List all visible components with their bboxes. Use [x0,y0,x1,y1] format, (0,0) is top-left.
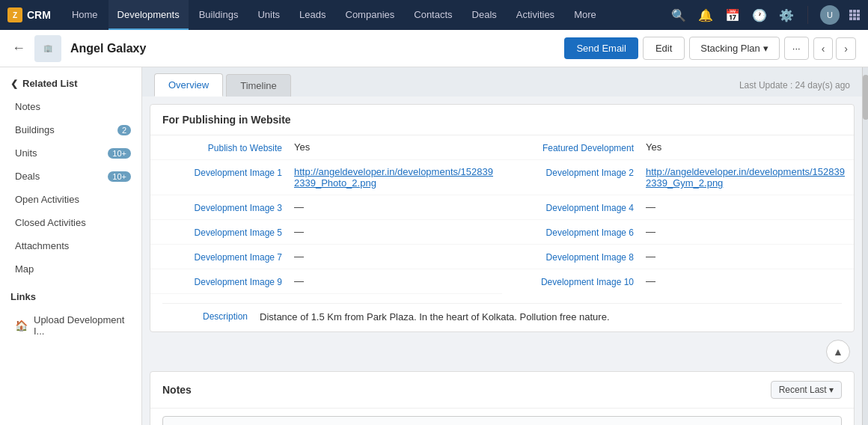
links-title: Links [0,281,141,308]
field-dev-image-7: Development Image 7 — [150,245,502,269]
content-tabs: Overview Timeline Last Update : 24 day(s… [142,67,862,97]
sidebar-item-attachments-label: Attachments [15,240,69,251]
sidebar-item-attachments[interactable]: Attachments [0,234,141,257]
main-layout: ❮ Related List Notes Buildings 2 Units 1… [0,67,868,425]
publishing-section-title: For Publishing in Website [150,105,854,135]
value-dev-image-4: — [646,201,845,212]
label-dev-image-4: Development Image 4 [511,201,646,213]
nav-activities[interactable]: Activities [507,0,563,30]
label-featured-development: Featured Development [511,141,646,153]
scrollbar-thumb[interactable] [863,75,868,120]
field-dev-image-6: Development Image 6 — [502,220,854,245]
grid-menu-icon[interactable] [849,9,861,21]
content-wrapper: Overview Timeline Last Update : 24 day(s… [142,67,862,425]
scroll-up-button[interactable]: ▲ [826,340,850,364]
svg-rect-8 [857,17,860,20]
value-dev-image-2[interactable]: http://angeldeveloper.in/developments/15… [646,166,845,189]
stacking-plan-label: Stacking Plan [700,43,760,54]
top-navigation: Z CRM Home Developments Buildings Units … [0,0,868,30]
field-dev-image-5: Development Image 5 — [150,220,502,245]
settings-icon[interactable]: ⚙️ [777,6,795,24]
sidebar-item-open-activities[interactable]: Open Activities [0,188,141,211]
content-area: Overview Timeline Last Update : 24 day(s… [142,67,862,425]
nav-buildings[interactable]: Buildings [190,0,248,30]
nav-more[interactable]: More [565,0,605,30]
edit-button[interactable]: Edit [643,37,685,60]
value-dev-image-3: — [294,201,493,212]
navigation-arrows: ‹ › [813,37,856,60]
page-title: Angel Galaxy [70,42,555,55]
add-note-input[interactable] [162,416,842,425]
field-featured-development: Featured Development Yes [502,135,854,160]
sidebar-item-deals[interactable]: Deals 10+ [0,165,141,188]
home-icon: 🏠 [15,319,28,331]
nav-companies[interactable]: Companies [337,0,404,30]
value-dev-image-8: — [646,251,845,262]
nav-home[interactable]: Home [63,0,107,30]
sub-header: ← 🏢 Angel Galaxy Send Email Edit Stackin… [0,30,868,67]
scrollbar[interactable] [862,67,868,425]
nav-developments[interactable]: Developments [109,0,189,30]
send-email-button[interactable]: Send Email [564,37,638,59]
avatar[interactable]: U [820,5,840,25]
description-value: Distance of 1.5 Km from Park Plaza. In t… [260,311,610,322]
value-featured-development: Yes [646,141,845,153]
nav-items: Home Developments Buildings Units Leads … [63,0,670,30]
sidebar: ❮ Related List Notes Buildings 2 Units 1… [0,67,142,425]
related-list-title: ❮ Related List [0,67,141,95]
label-dev-image-5: Development Image 5 [159,226,294,238]
search-icon[interactable]: 🔍 [670,6,688,24]
back-button[interactable]: ← [12,40,25,56]
clock-icon[interactable]: 🕐 [751,6,768,24]
field-publish-to-website: Publish to Website Yes [150,135,502,160]
related-list-label: Related List [22,78,78,89]
bell-icon[interactable]: 🔔 [697,6,715,24]
notes-section: Notes Recent Last ▾ [150,371,855,425]
logo: Z CRM [7,7,51,22]
separator [807,6,808,24]
units-badge: 10+ [108,148,131,159]
tab-timeline[interactable]: Timeline [226,74,291,97]
tab-overview[interactable]: Overview [154,73,223,97]
deals-badge: 10+ [108,171,131,182]
notes-header: Notes Recent Last ▾ [150,372,854,409]
nav-right-icons: 🔍 🔔 📅 🕐 ⚙️ U [670,5,861,25]
prev-arrow[interactable]: ‹ [813,37,834,60]
stacking-plan-button[interactable]: Stacking Plan ▾ [689,37,780,60]
svg-rect-6 [849,17,852,20]
value-dev-image-1[interactable]: http://angeldeveloper.in/developments/15… [294,166,493,189]
scroll-up-container: ▲ [142,337,862,364]
last-update-label: Last Update : 24 day(s) ago [294,80,850,97]
sidebar-item-buildings[interactable]: Buildings 2 [0,118,141,141]
next-arrow[interactable]: › [836,37,856,60]
more-button[interactable]: ··· [784,37,809,60]
calendar-icon[interactable]: 📅 [724,6,742,24]
buildings-badge: 2 [117,125,131,135]
svg-rect-1 [853,10,856,13]
svg-rect-3 [849,13,852,16]
sidebar-item-map[interactable]: Map [0,257,141,281]
publishing-section: For Publishing in Website Publish to Web… [150,104,855,332]
svg-rect-2 [857,10,860,13]
sidebar-item-closed-activities[interactable]: Closed Activities [0,211,141,234]
field-dev-image-9: Development Image 9 — [150,269,502,294]
nav-deals[interactable]: Deals [463,0,506,30]
links-item-label: Upload Development I... [34,314,131,337]
nav-units[interactable]: Units [248,0,289,30]
stacking-plan-dropdown-icon[interactable]: ▾ [763,43,768,54]
notes-filter-button[interactable]: Recent Last ▾ [771,381,842,399]
collapse-icon: ❮ [10,79,18,89]
value-dev-image-7: — [294,251,493,262]
label-dev-image-6: Development Image 6 [511,226,646,238]
label-dev-image-1: Development Image 1 [159,166,294,178]
sidebar-item-closed-activities-label: Closed Activities [15,217,86,228]
nav-contacts[interactable]: Contacts [405,0,461,30]
field-dev-image-8: Development Image 8 — [502,245,854,269]
field-dev-image-4: Development Image 4 — [502,195,854,220]
nav-leads[interactable]: Leads [290,0,334,30]
header-actions: Send Email Edit Stacking Plan ▾ ··· ‹ › [564,37,856,60]
links-item-upload[interactable]: 🏠 Upload Development I... [0,308,141,343]
sidebar-item-units[interactable]: Units 10+ [0,141,141,165]
value-dev-image-10: — [646,275,845,287]
sidebar-item-notes[interactable]: Notes [0,95,141,118]
